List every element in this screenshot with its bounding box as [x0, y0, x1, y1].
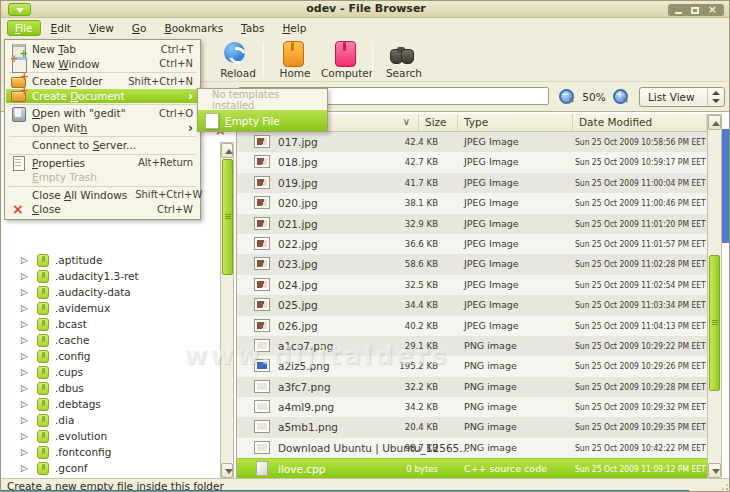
table-row[interactable]: ilove.cpp 0 bytes C++ source code Sun 25…	[237, 458, 707, 478]
toolbar-button[interactable]: Home	[266, 39, 318, 81]
expander-triangle-icon[interactable]: ▷	[21, 428, 31, 444]
column-header-date[interactable]: Date Modified	[573, 114, 707, 132]
submenu-item-label: No templates installed	[212, 89, 321, 111]
scroll-down-arrow[interactable]	[221, 463, 233, 478]
toolbar-button[interactable]: Search	[375, 39, 427, 81]
menubar-item[interactable]: Tabs	[233, 20, 272, 36]
table-row[interactable]: 021.jpg 32.9 KB JPEG Image Sun 25 Oct 20…	[237, 214, 707, 234]
expander-triangle-icon[interactable]: ▷	[21, 348, 31, 364]
table-row[interactable]: 025.jpg 34.4 KB JPEG Image Sun 25 Oct 20…	[237, 295, 707, 315]
file-size: 40.2 KB	[383, 320, 438, 331]
menubar-item[interactable]: View	[81, 20, 122, 36]
menu-separator	[9, 186, 196, 187]
table-row[interactable]: 022.jpg 36.6 KB JPEG Image Sun 25 Oct 20…	[237, 234, 707, 254]
tree-item-label: .dia	[55, 414, 74, 426]
menu-item[interactable]: Properties Alt+Return ›	[6, 156, 199, 171]
menubar-item[interactable]: File	[7, 20, 41, 36]
column-header-type[interactable]: Type	[458, 114, 573, 132]
file-date: Sun 25 Oct 2009 11:01:20 PM EET	[575, 218, 703, 229]
menu-item[interactable]: Open With ›	[6, 121, 199, 136]
table-row[interactable]: 026.jpg 40.2 KB JPEG Image Sun 25 Oct 20…	[237, 316, 707, 336]
expander-triangle-icon[interactable]: ▷	[21, 300, 31, 316]
expander-triangle-icon[interactable]: ▷	[21, 268, 31, 284]
tree-item[interactable]: ▷ .audacity1.3-ret	[1, 268, 219, 284]
tree-item[interactable]: ▷ .gconf	[1, 460, 219, 476]
expander-triangle-icon[interactable]: ▷	[21, 332, 31, 348]
maximize-button[interactable]	[691, 7, 699, 14]
scroll-down-arrow[interactable]	[708, 463, 721, 478]
menubar-item[interactable]: Help	[274, 20, 314, 36]
toolbar-button[interactable]: Reload	[209, 39, 261, 81]
table-row[interactable]: a5mb1.png 20.4 KB PNG image Sun 25 Oct 2…	[237, 417, 707, 437]
menubar-item[interactable]: Go	[124, 20, 155, 36]
tree-item[interactable]: ▷ .aptitude	[1, 252, 219, 268]
expander-triangle-icon[interactable]: ▷	[21, 252, 31, 268]
expander-triangle-icon[interactable]: ▷	[21, 444, 31, 460]
file-type: JPEG Image	[464, 320, 519, 331]
list-scrollbar[interactable]	[707, 114, 722, 479]
zoom-out-button[interactable]: −	[559, 89, 575, 105]
tree-item[interactable]: ▷ .dia	[1, 412, 219, 428]
menu-item-shortcut: Shift+Ctrl+W	[135, 189, 202, 200]
tree-item[interactable]: ▷ .evolution	[1, 428, 219, 444]
table-row[interactable]: a4ml9.png 34.2 KB PNG image Sun 25 Oct 2…	[237, 397, 707, 417]
tree-item[interactable]: ▷ .bcast	[1, 316, 219, 332]
scrollbar-thumb[interactable]	[222, 159, 233, 275]
tree-item[interactable]: ▷ .dbus	[1, 380, 219, 396]
menubar-item[interactable]: Edit	[43, 20, 79, 36]
menu-item[interactable]: Create Folder Shift+Ctrl+N ›	[6, 74, 199, 89]
tree-item[interactable]: ▷ .fontconfig	[1, 444, 219, 460]
table-row[interactable]: a3fc7.png 32.2 KB PNG image Sun 25 Oct 2…	[237, 377, 707, 397]
table-row[interactable]: Download Ubuntu | Ubuntu_12565... 98.7 K…	[237, 438, 707, 458]
tree-item-label: .bcast	[55, 318, 87, 330]
menu-item[interactable]: New Window Ctrl+N ›	[6, 57, 199, 72]
expander-triangle-icon[interactable]: ▷	[21, 380, 31, 396]
table-row[interactable]: 024.jpg 32.5 KB JPEG Image Sun 25 Oct 20…	[237, 275, 707, 295]
menu-item[interactable]: Open with "gedit" Ctrl+O ›	[6, 106, 199, 121]
expander-triangle-icon[interactable]: ▷	[21, 316, 31, 332]
submenu-item[interactable]: No templates installed	[198, 89, 327, 110]
scroll-up-arrow[interactable]	[708, 115, 721, 130]
gedit-icon	[11, 107, 27, 120]
tree-scrollbar[interactable]	[220, 142, 234, 479]
table-row[interactable]: 017.jpg 42.4 KB JPEG Image Sun 25 Oct 20…	[237, 132, 707, 152]
folder-icon	[37, 398, 49, 411]
view-mode-select[interactable]: List View	[639, 87, 725, 107]
close-button[interactable]: ×	[708, 5, 717, 15]
folder-icon	[37, 318, 49, 331]
reload-icon	[222, 41, 248, 66]
expander-triangle-icon[interactable]: ▷	[21, 460, 31, 476]
menu-separator	[9, 72, 196, 73]
submenu-item[interactable]: Empty File	[198, 110, 327, 131]
menubar-item[interactable]: Bookmarks	[156, 20, 231, 36]
tree-item[interactable]: ▷ .audacity-data	[1, 284, 219, 300]
file-date: Sun 25 Oct 2009 10:58:56 PM EET	[575, 136, 703, 147]
table-row[interactable]: 023.jpg 58.6 KB JPEG Image Sun 25 Oct 20…	[237, 254, 707, 274]
menu-item[interactable]: New Tab Ctrl+T ›	[6, 42, 199, 57]
menu-item[interactable]: Connect to Server... ›	[6, 138, 199, 153]
table-row[interactable]: 018.jpg 42.7 KB JPEG Image Sun 25 Oct 20…	[237, 152, 707, 172]
expander-triangle-icon[interactable]: ▷	[21, 396, 31, 412]
menu-item[interactable]: Close All Windows Shift+Ctrl+W ›	[6, 188, 199, 203]
minimize-button[interactable]	[675, 7, 682, 14]
tree-item[interactable]: ▷ .avidemux	[1, 300, 219, 316]
menu-item[interactable]: Close Ctrl+W ›	[6, 202, 199, 217]
scroll-up-arrow[interactable]	[221, 143, 233, 158]
menu-item[interactable]: Empty Trash ›	[6, 170, 199, 185]
scrollbar-thumb[interactable]	[709, 255, 720, 391]
tree-item[interactable]: ▷ .debtags	[1, 396, 219, 412]
menu-item[interactable]: Create Document ›	[6, 89, 199, 104]
zoom-in-button[interactable]: +	[613, 89, 629, 105]
file-name: a4ml9.png	[278, 401, 334, 413]
expander-triangle-icon[interactable]: ▷	[21, 364, 31, 380]
expander-triangle-icon[interactable]: ▷	[21, 412, 31, 428]
zoom-level: 50%	[579, 91, 609, 103]
titlebar[interactable]: odev - File Browser ×	[1, 1, 730, 18]
resize-grip[interactable]	[726, 488, 728, 490]
toolbar-button[interactable]: Computer	[318, 39, 370, 81]
table-row[interactable]: 020.jpg 38.1 KB JPEG Image Sun 25 Oct 20…	[237, 193, 707, 213]
expander-triangle-icon[interactable]: ▷	[21, 284, 31, 300]
table-row[interactable]: 019.jpg 41.7 KB JPEG Image Sun 25 Oct 20…	[237, 173, 707, 193]
new-window-icon	[11, 57, 27, 70]
column-header-size[interactable]: Size	[419, 114, 458, 132]
